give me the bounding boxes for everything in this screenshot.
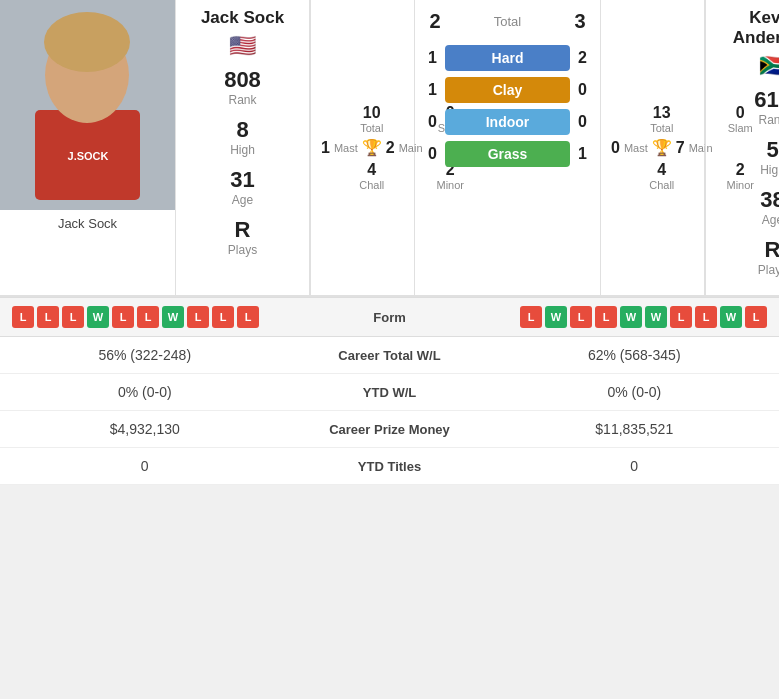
surface-right-num: 0 [570,113,595,131]
left-player-photo: J.SOCK [0,0,175,210]
left-form-badge-2: L [62,306,84,328]
stats-label-3: YTD Titles [290,459,490,474]
right-rank-value: 617 [754,87,779,113]
left-rank-value: 808 [224,67,261,93]
left-high-section: 8 High [230,117,255,157]
right-plays-label: Plays [758,263,779,277]
left-trophy-icon: 🏆 [362,138,382,157]
surface-badge-hard: Hard [445,45,570,71]
right-form-badge-6: L [670,306,692,328]
right-high-label: High [760,163,779,177]
right-player-flag: 🇿🇦 [759,53,779,79]
surface-badge-grass: Grass [445,141,570,167]
right-plays-section: R Plays [758,237,779,277]
stats-left-3: 0 [0,458,290,474]
left-form-badge-1: L [37,306,59,328]
surface-rows: 1 Hard 2 1 Clay 0 0 Indoor 0 0 Grass 1 [420,45,595,167]
right-form-badge-7: L [695,306,717,328]
right-age-label: Age [760,213,779,227]
right-total-stat: 13 Total [611,104,713,134]
stats-left-2: $4,932,130 [0,421,290,437]
left-chall-stat: 4 Chall [321,161,423,191]
left-form-badge-9: L [237,306,259,328]
svg-text:J.SOCK: J.SOCK [68,150,109,162]
left-age-value: 31 [230,167,254,193]
stats-row-3: 0 YTD Titles 0 [0,448,779,485]
stats-left-0: 56% (322-248) [0,347,290,363]
stats-label-0: Career Total W/L [290,348,490,363]
surface-row-indoor: 0 Indoor 0 [420,109,595,135]
right-chall-stat: 4 Chall [611,161,713,191]
surface-badge-indoor: Indoor [445,109,570,135]
svg-point-3 [44,12,130,72]
surface-left-num: 1 [420,81,445,99]
left-plays-value: R [228,217,257,243]
right-plays-value: R [758,237,779,263]
top-section: J.SOCK Jack Sock Jack Sock 🇺🇸 808 Rank 8… [0,0,779,297]
surface-row-clay: 1 Clay 0 [420,77,595,103]
form-section: LLLWLLWLLL Form LWLLWWLLWL [0,297,779,337]
left-form-badge-3: W [87,306,109,328]
stats-row-2: $4,932,130 Career Prize Money $11,835,52… [0,411,779,448]
surface-right-num: 0 [570,81,595,99]
right-rank-label: Rank [754,113,779,127]
right-bottom-stats: 13 Total 0 Slam 0 Mast 🏆 7 Main 4 Ch [600,0,705,295]
right-stats-grid: 13 Total 0 Slam 0 Mast 🏆 7 Main 4 Ch [611,104,694,191]
surface-right-num: 1 [570,145,595,163]
surface-left-num: 0 [420,113,445,131]
right-form-badge-9: L [745,306,767,328]
left-plays-section: R Plays [228,217,257,257]
stats-row-1: 0% (0-0) YTD W/L 0% (0-0) [0,374,779,411]
right-form-badge-8: W [720,306,742,328]
left-high-label: High [230,143,255,157]
total-label: Total [494,14,521,29]
surface-badge-clay: Clay [445,77,570,103]
stats-label-2: Career Prize Money [290,422,490,437]
total-left: 2 [420,10,450,33]
left-high-value: 8 [230,117,255,143]
left-form-badge-5: L [137,306,159,328]
stats-right-1: 0% (0-0) [490,384,780,400]
surface-right-num: 2 [570,49,595,67]
surface-left-num: 1 [420,49,445,67]
stats-label-1: YTD W/L [290,385,490,400]
left-form-badge-0: L [12,306,34,328]
right-form-badge-2: L [570,306,592,328]
left-form-badge-7: L [187,306,209,328]
center-panel: 2 Total 3 1 Hard 2 1 Clay 0 0 Indoor 0 0… [415,0,600,295]
main-container: J.SOCK Jack Sock Jack Sock 🇺🇸 808 Rank 8… [0,0,779,485]
stats-table: 56% (322-248) Career Total W/L 62% (568-… [0,337,779,485]
left-form-badge-6: W [162,306,184,328]
right-age-value: 38 [760,187,779,213]
left-bottom-stats: 10 Total 0 Slam 1 Mast 🏆 2 Main 4 Ch [310,0,415,295]
left-player-name-below: Jack Sock [0,210,175,237]
left-stats-grid: 10 Total 0 Slam 1 Mast 🏆 2 Main 4 Ch [321,104,404,191]
right-player-name: Kevin Anderson [716,8,779,48]
total-right: 3 [565,10,595,33]
left-age-section: 31 Age [230,167,254,207]
stats-right-2: $11,835,521 [490,421,780,437]
stats-right-0: 62% (568-345) [490,347,780,363]
right-high-section: 5 High [760,137,779,177]
surface-left-num: 0 [420,145,445,163]
left-player-flag: 🇺🇸 [229,33,256,59]
right-form-badge-1: W [545,306,567,328]
left-form-badges: LLLWLLWLLL [12,306,330,328]
left-total-stat: 10 Total [321,104,423,134]
right-age-section: 38 Age [760,187,779,227]
form-label: Form [330,310,450,325]
right-form-badge-4: W [620,306,642,328]
left-mast-stat: 1 Mast 🏆 2 Main [321,138,423,157]
surface-row-grass: 0 Grass 1 [420,141,595,167]
left-player-panel: Jack Sock 🇺🇸 808 Rank 8 High 31 Age R Pl… [175,0,310,295]
stats-right-3: 0 [490,458,780,474]
left-player-name: Jack Sock [201,8,284,28]
left-player-photo-wrapper: J.SOCK Jack Sock [0,0,175,295]
surface-row-hard: 1 Hard 2 [420,45,595,71]
stats-row-0: 56% (322-248) Career Total W/L 62% (568-… [0,337,779,374]
right-high-value: 5 [760,137,779,163]
left-rank-label: Rank [224,93,261,107]
right-form-badges: LWLLWWLLWL [450,306,768,328]
right-mast-stat: 0 Mast 🏆 7 Main [611,138,713,157]
total-row: 2 Total 3 [420,10,595,33]
